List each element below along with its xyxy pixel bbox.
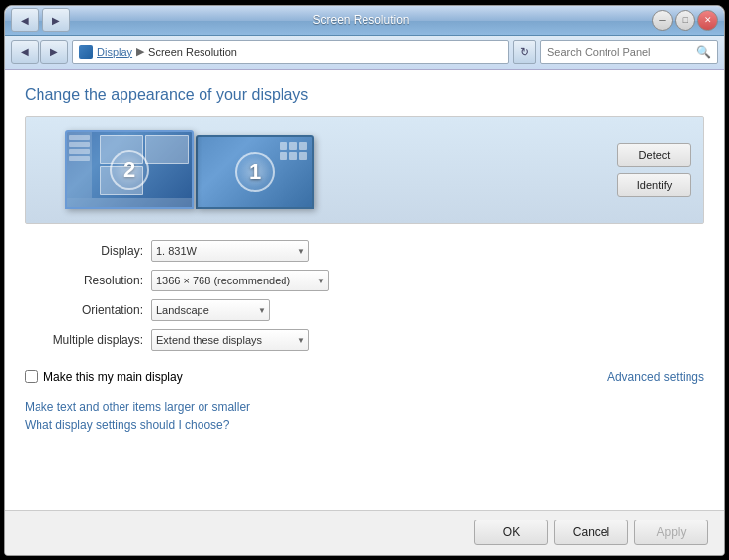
address-part-resolution: Screen Resolution <box>148 46 237 58</box>
main-display-checkbox[interactable] <box>25 370 38 383</box>
detect-identify-buttons: Detect Identify <box>617 143 691 197</box>
monitor-1[interactable]: 1 <box>196 135 314 209</box>
display-row: Display: 1. 831W <box>25 240 704 262</box>
search-icon: 🔍 <box>696 45 711 59</box>
display-label: Display: <box>25 244 143 258</box>
sidebar-mini-2 <box>69 142 90 147</box>
monitor-2-taskbar <box>67 198 192 207</box>
address-part-display: Display <box>97 46 132 58</box>
form-section: Display: 1. 831W Resolution: 1366 × 768 … <box>25 236 704 355</box>
sidebar-mini-1 <box>69 135 90 140</box>
search-box[interactable]: 🔍 <box>540 40 718 64</box>
mini-icon-6 <box>299 152 307 160</box>
monitor-2-sidebar <box>67 132 92 198</box>
resolution-select[interactable]: 1366 × 768 (recommended) <box>151 270 329 291</box>
identify-button[interactable]: Identify <box>617 173 691 197</box>
cancel-button[interactable]: Cancel <box>554 520 628 545</box>
window-mini-1 <box>100 135 143 164</box>
address-box[interactable]: Display ▶ Screen Resolution <box>72 40 509 64</box>
multiple-displays-row: Multiple displays: Extend these displays <box>25 329 704 351</box>
address-icon <box>79 45 93 59</box>
window-title: Screen Resolution <box>312 13 409 27</box>
checkbox-left: Make this my main display <box>25 370 183 384</box>
title-bar-controls: ─ □ ✕ <box>652 10 718 31</box>
address-bar: ◀ ▶ Display ▶ Screen Resolution ↻ 🔍 <box>5 36 724 70</box>
nav-buttons: ◀ ▶ <box>11 40 68 64</box>
advanced-settings-link[interactable]: Advanced settings <box>608 370 704 384</box>
multiple-displays-select[interactable]: Extend these displays <box>151 329 309 351</box>
content-area: Change the appearance of your displays <box>5 70 724 510</box>
window-mini-3 <box>100 166 143 195</box>
close-button[interactable]: ✕ <box>697 10 718 31</box>
nav-back-button[interactable]: ◀ <box>11 8 39 32</box>
detect-button[interactable]: Detect <box>617 143 691 167</box>
resolution-row: Resolution: 1366 × 768 (recommended) <box>25 270 704 291</box>
address-separator: ▶ <box>136 45 144 58</box>
main-window: ◀ ▶ Screen Resolution ─ □ ✕ ◀ ▶ Display … <box>4 5 725 556</box>
resolution-select-wrapper: 1366 × 768 (recommended) <box>151 270 329 291</box>
search-input[interactable] <box>547 46 692 58</box>
forward-button[interactable]: ▶ <box>40 40 68 64</box>
refresh-button[interactable]: ↻ <box>513 40 536 64</box>
title-bar: ◀ ▶ Screen Resolution ─ □ ✕ <box>5 6 724 36</box>
orientation-label: Orientation: <box>25 303 143 317</box>
link-display-settings[interactable]: What display settings should I choose? <box>25 418 704 432</box>
mini-icon-1 <box>280 142 287 150</box>
display-select-wrapper: 1. 831W <box>151 240 309 262</box>
checkbox-row: Make this my main display Advanced setti… <box>25 366 704 388</box>
maximize-button[interactable]: □ <box>675 10 695 31</box>
display-select[interactable]: 1. 831W <box>151 240 309 262</box>
links-section: Make text and other items larger or smal… <box>25 400 704 432</box>
sidebar-mini-4 <box>69 156 90 161</box>
display-monitors: 2 1 <box>65 130 314 209</box>
orientation-select[interactable]: Landscape <box>151 299 270 321</box>
back-button[interactable]: ◀ <box>11 40 39 64</box>
mini-icon-5 <box>289 152 297 160</box>
monitor-1-icons <box>280 142 307 160</box>
nav-forward-button[interactable]: ▶ <box>42 8 70 32</box>
orientation-row: Orientation: Landscape <box>25 299 704 321</box>
multiple-displays-label: Multiple displays: <box>25 333 143 347</box>
window-mini-2 <box>145 135 189 164</box>
apply-button[interactable]: Apply <box>634 520 708 545</box>
minimize-button[interactable]: ─ <box>652 10 673 31</box>
display-preview-container: 2 1 <box>25 116 704 224</box>
mini-icon-4 <box>280 152 287 160</box>
resolution-label: Resolution: <box>25 274 143 287</box>
mini-icon-2 <box>289 142 297 150</box>
link-text-size[interactable]: Make text and other items larger or smal… <box>25 400 704 414</box>
orientation-select-wrapper: Landscape <box>151 299 270 321</box>
ok-button[interactable]: OK <box>474 520 548 545</box>
multiple-displays-select-wrapper: Extend these displays <box>151 329 309 351</box>
title-bar-left: ◀ ▶ <box>11 8 70 32</box>
page-title: Change the appearance of your displays <box>25 86 704 104</box>
monitor-2-main <box>97 132 192 198</box>
monitor-2[interactable]: 2 <box>65 130 194 209</box>
bottom-bar: OK Cancel Apply <box>5 510 724 555</box>
monitor-1-number: 1 <box>235 152 275 192</box>
main-display-checkbox-label: Make this my main display <box>43 370 183 384</box>
mini-icon-3 <box>299 142 307 150</box>
sidebar-mini-3 <box>69 149 90 154</box>
monitor-2-content: 2 <box>67 132 192 207</box>
